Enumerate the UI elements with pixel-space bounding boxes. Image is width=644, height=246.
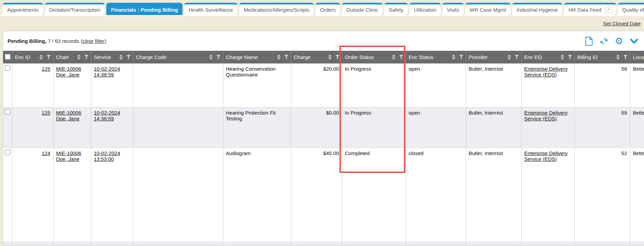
sort-icon[interactable] [77,55,81,60]
table-row: 125 MIE-10006 Doe, Jane 10-02-2024 14:38… [3,107,644,148]
filter-icon[interactable] [623,55,628,60]
charge-name-cell: Hearing Conservation Questionnaire [223,63,291,107]
sort-icon[interactable] [616,55,620,60]
service-date-link[interactable]: 10-02-2024 14:38:59 [94,110,120,121]
enc-eo-link[interactable]: Enterprise Delivery Service (EDS) [524,66,568,78]
tab-quality-of-care[interactable]: Quality of Care [618,3,644,15]
provider-cell: Butler, Internist [466,63,521,107]
service-date-link[interactable]: 10-02-2024 13:53:00 [94,150,120,162]
sort-icon[interactable] [209,55,213,60]
chevron-down-icon[interactable] [630,37,639,46]
records-count: 7 / 63 records ( [48,38,83,44]
filter-icon[interactable] [399,55,404,60]
col-header-charge[interactable]: Charge [291,51,342,63]
sort-icon[interactable] [277,55,281,60]
new-document-icon[interactable] [584,37,593,46]
enc-status-cell: closed [406,148,466,242]
sort-icon[interactable] [561,55,564,60]
col-header-charge-name[interactable]: Charge Name [223,51,291,63]
billing-id-cell: 52 [574,148,630,242]
sort-icon[interactable] [39,55,43,60]
filter-icon[interactable] [47,55,51,60]
table-row: 125 MIE-10006 Doe, Jane 10-02-2024 14:38… [3,63,644,107]
enc-id-link[interactable]: 125 [41,66,50,72]
billing-id-cell: 58 [574,63,630,107]
col-header-charge-code[interactable]: Charge Code [133,51,223,63]
tab-hr-data-feed[interactable]: HR Data Feed ↗ [564,3,616,15]
col-header-chart[interactable]: Chart [53,51,91,63]
row-checkbox[interactable] [5,109,10,115]
col-header-provider[interactable]: Provider [466,51,521,63]
col-header-enc-id[interactable]: Enc ID [12,51,53,63]
col-header-order-status[interactable]: Order Status [342,51,406,63]
tab-visits[interactable]: Visits [442,3,464,15]
action-strip: Set Closed Date [0,16,644,31]
tab-financials-pending-billing[interactable]: Financials : Pending Billing [106,3,182,15]
sort-icon[interactable] [119,55,123,60]
tab-utilization[interactable]: Utilization [409,3,441,15]
refresh-icon[interactable] [599,37,608,46]
provider-cell: Butler, Internist [466,107,521,148]
table-header-row: Enc ID Chart Service Charge Code Charge … [3,51,644,63]
tab-outside-clinic[interactable]: Outside Clinic [342,3,383,15]
location-cell: Better C [630,148,644,242]
col-header-enc-eo[interactable]: Enc EO [521,51,574,63]
sort-icon[interactable] [452,55,455,60]
clear-filter-link[interactable]: clear filter [82,38,105,44]
enc-eo-link[interactable]: Enterprise Delivery Service (EDS) [524,150,568,162]
enc-status-cell: open [406,107,466,148]
filter-icon[interactable] [127,55,131,60]
popout-icon: ↗ [605,6,612,13]
chart-link[interactable]: MIE-10006 Doe, Jane [56,66,81,78]
row-checkbox[interactable] [5,65,10,71]
charge-cell: $20.00 [291,63,342,107]
enc-eo-link[interactable]: Enterprise Delivery Service (EDS) [524,110,568,121]
tab-medications-allergies-scripts[interactable]: Medications/Allergies/Scripts [239,3,314,15]
order-status-cell: In Progress [342,107,406,148]
pending-billing-table: Enc ID Chart Service Charge Code Charge … [3,51,644,246]
tab-health-surveillance[interactable]: Health Surveillance [184,3,237,15]
filter-icon[interactable] [84,55,89,60]
sort-icon[interactable] [508,55,511,60]
tab-appointments[interactable]: Appointments [3,3,43,15]
set-closed-date-link[interactable]: Set Closed Date [603,21,641,26]
filter-icon[interactable] [335,55,340,60]
enc-id-link[interactable]: 124 [41,150,50,156]
tab-bar: Appointments Dictation/Transcription Fin… [0,0,644,15]
charge-code-cell [133,107,223,148]
col-header-location[interactable]: Location [630,51,644,63]
charge-cell: $0.00 [291,107,342,148]
filter-icon[interactable] [284,55,289,60]
tab-wr-case-mgmt[interactable]: WR Case Mgmt [465,3,511,15]
panel-toolbar: ⚙ [584,37,639,46]
order-status-cell: Completed [342,148,406,242]
location-cell: Better C [630,63,644,107]
charge-code-cell [133,148,223,242]
enc-status-cell: open [406,63,466,107]
col-header-enc-status[interactable]: Enc Status [406,51,466,63]
panel-header: Pending Billing, 7 / 63 records (clear f… [3,31,644,51]
filter-icon[interactable] [515,55,519,60]
col-header-billing-id[interactable]: Billing ID [574,51,630,63]
charge-code-cell [133,63,223,107]
row-checkbox[interactable] [5,150,10,155]
pending-billing-panel: Pending Billing, 7 / 63 records (clear f… [3,31,644,246]
chart-link[interactable]: MIE-10006 Doe, Jane [56,150,81,162]
tab-industrial-hygiene[interactable]: Industrial Hygiene [512,3,562,15]
select-all-checkbox[interactable] [5,54,10,59]
tab-orders[interactable]: Orders [315,3,340,15]
billing-id-cell: 59 [574,107,630,148]
filter-icon[interactable] [459,55,464,60]
enc-id-link[interactable]: 125 [41,110,50,116]
gear-icon[interactable]: ⚙ [615,37,623,46]
tab-dictation-transcription[interactable]: Dictation/Transcription [45,3,105,15]
filter-icon[interactable] [216,55,221,60]
sort-icon[interactable] [328,55,332,60]
sort-icon[interactable] [392,55,395,60]
filter-icon[interactable] [568,55,572,60]
col-header-select-all[interactable] [3,51,12,63]
chart-link[interactable]: MIE-10006 Doe, Jane [56,110,81,121]
tab-safety[interactable]: Safety [384,3,408,15]
col-header-service[interactable]: Service [91,51,133,63]
service-date-link[interactable]: 10-02-2024 14:38:59 [94,66,120,78]
